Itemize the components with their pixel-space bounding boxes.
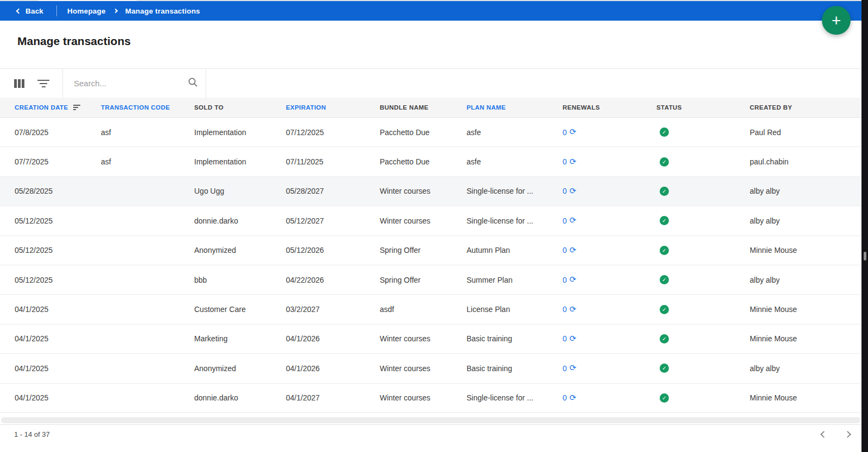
renewals-count: 0 [563,393,567,402]
renewals-link[interactable]: 0 ⟳ [563,276,649,284]
column-header-sold-to[interactable]: SOLD TO [194,104,286,111]
cell-bundle-name: Winter courses [380,187,467,195]
cell-transaction-code: asf [101,157,194,166]
renewals-link[interactable]: 0 ⟳ [563,334,649,343]
back-label: Back [25,7,43,15]
table-row[interactable]: 05/12/2025 donnie.darko 05/12/2027 Winte… [0,206,861,235]
cell-plan-name: asfe [467,157,563,166]
column-header-renewals[interactable]: RENEWALS [563,104,656,111]
renewals-link[interactable]: 0 ⟳ [563,128,649,137]
cell-bundle-name: Winter courses [380,334,467,343]
table-row[interactable]: 04/1/2025 Marketing 04/1/2026 Winter cou… [0,324,861,354]
cell-status: ✓ [656,334,750,343]
filter-icon[interactable] [37,80,49,87]
column-header-transaction-code[interactable]: TRANSACTION CODE [101,104,194,111]
search-icon[interactable] [188,77,198,90]
table-row[interactable]: 07/7/2025 asf Implementation 07/11/2025 … [0,147,861,176]
column-header-bundle-name[interactable]: BUNDLE NAME [380,104,467,111]
back-button[interactable]: Back [0,7,56,15]
renewals-link[interactable]: 0 ⟳ [563,393,649,402]
column-header-expiration[interactable]: EXPIRATION [286,104,380,111]
table-row[interactable]: 04/1/2025 Customer Care 03/2/2027 asdf L… [0,295,861,324]
status-success-icon: ✓ [660,393,669,403]
renewals-link[interactable]: 0 ⟳ [563,187,649,195]
previous-page-button[interactable] [817,428,830,441]
cell-bundle-name: Winter courses [380,217,467,225]
cell-plan-name: asfe [467,128,563,137]
cell-plan-name: License Plan [467,305,563,314]
chevron-right-icon [844,431,851,438]
column-header-plan-name[interactable]: PLAN NAME [467,104,563,111]
cell-plan-name: Basic training [467,334,563,343]
column-header-creation-date[interactable]: CREATION DATE [15,104,101,111]
cell-bundle-name: asdf [380,305,467,314]
cell-renewals: 0 ⟳ [563,364,656,373]
cell-renewals: 0 ⟳ [563,334,656,343]
cell-creation-date: 07/8/2025 [15,128,101,137]
cell-sold-to: Marketing [194,334,286,343]
status-success-icon: ✓ [660,364,669,373]
renewals-link[interactable]: 0 ⟳ [563,364,649,373]
cell-creation-date: 04/1/2025 [15,393,101,402]
cell-plan-name: Single-license for ... [467,217,563,225]
cell-status: ✓ [656,157,750,167]
cell-expiration: 04/1/2026 [286,334,380,343]
renewals-count: 0 [563,217,567,225]
next-page-button[interactable] [841,428,854,441]
cell-bundle-name: Pacchetto Due [380,128,467,137]
table-row[interactable]: 04/1/2025 donnie.darko 04/1/2027 Winter … [0,384,861,413]
column-header-status[interactable]: STATUS [656,104,750,111]
autorenew-icon: ⟳ [570,158,577,166]
cell-plan-name: Single-license for ... [467,393,563,402]
cell-creation-date: 04/1/2025 [15,305,101,314]
horizontal-scrollbar[interactable] [1,417,860,423]
renewals-count: 0 [563,246,567,254]
cell-expiration: 04/1/2026 [286,364,380,373]
cell-plan-name: Single-license for ... [467,187,563,195]
cell-status: ✓ [656,128,750,137]
breadcrumb-homepage[interactable]: Homepage [67,7,106,15]
table-toolbar [0,68,861,98]
cell-creation-date: 07/7/2025 [15,157,101,166]
cell-expiration: 07/11/2025 [286,157,380,166]
table-row[interactable]: 05/12/2025 Anonymized 05/12/2026 Spring … [0,236,861,265]
renewals-count: 0 [563,334,567,343]
cell-sold-to: Customer Care [194,305,286,314]
page-title: Manage transactions [17,35,131,48]
renewals-link[interactable]: 0 ⟳ [563,217,649,225]
pagination-range-label: 1 - 14 of 37 [14,430,50,438]
cell-creation-date: 05/28/2025 [15,187,101,195]
cell-renewals: 0 ⟳ [563,217,656,225]
column-header-created-by[interactable]: CREATED BY [750,104,861,111]
search-box [63,69,206,98]
cell-creation-date: 04/1/2025 [15,334,101,343]
table-row[interactable]: 07/8/2025 asf Implementation 07/12/2025 … [0,118,861,147]
columns-icon[interactable] [14,79,24,88]
add-transaction-button[interactable]: + [822,6,851,35]
scrollbar-thumb[interactable] [864,252,866,260]
cell-sold-to: donnie.darko [194,393,286,402]
chevron-left-icon [820,431,827,438]
table-row[interactable]: 04/1/2025 Anonymized 04/1/2026 Winter co… [0,354,861,383]
cell-creation-date: 05/12/2025 [15,246,101,254]
renewals-link[interactable]: 0 ⟳ [563,246,649,254]
cell-sold-to: Anonymized [194,246,286,254]
cell-created-by: alby alby [750,364,861,373]
cell-expiration: 05/28/2027 [286,187,380,195]
renewals-link[interactable]: 0 ⟳ [563,157,649,166]
breadcrumb: Homepage Manage transactions [57,7,200,15]
cell-created-by: Minnie Mouse [750,334,861,343]
table-row[interactable]: 05/12/2025 bbb 04/22/2026 Spring Offer S… [0,265,861,295]
cell-creation-date: 05/12/2025 [15,217,101,225]
cell-status: ✓ [656,275,750,284]
cell-plan-name: Autumn Plan [467,246,563,254]
renewals-count: 0 [563,157,567,166]
renewals-link[interactable]: 0 ⟳ [563,305,649,314]
toolbar-icons [0,79,62,88]
cell-sold-to: Ugo Ugg [194,187,286,195]
table-row[interactable]: 05/28/2025 Ugo Ugg 05/28/2027 Winter cou… [0,177,861,206]
renewals-count: 0 [563,364,567,373]
search-input[interactable] [74,79,188,88]
cell-renewals: 0 ⟳ [563,128,656,137]
cell-created-by: alby alby [750,217,861,225]
